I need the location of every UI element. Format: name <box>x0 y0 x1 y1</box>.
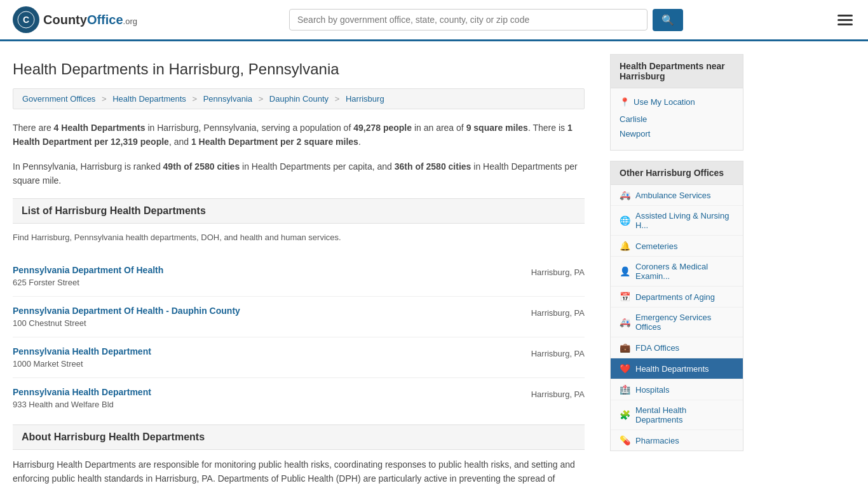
office-cemeteries[interactable]: 🔔 Cemeteries <box>611 236 743 257</box>
hamburger-line <box>837 19 853 21</box>
nearby-city-carlisle[interactable]: Carlisle <box>620 112 734 126</box>
listing-address: 100 Chestnut Street <box>13 318 240 328</box>
nearby-box-header: Health Departments near Harrisburg <box>611 55 743 88</box>
nearby-box-content: 📍 Use My Location Carlisle Newport <box>611 88 743 150</box>
breadcrumb-link-pennsylvania[interactable]: Pennsylvania <box>203 94 252 104</box>
location-pin-icon: 📍 <box>620 97 630 107</box>
site-header: C CountyOffice.org 🔍 <box>0 0 868 41</box>
office-label: Cemeteries <box>635 241 677 251</box>
content-area: Health Departments in Harrisburg, Pennsy… <box>13 41 597 488</box>
office-mental-health[interactable]: 🧩 Mental Health Departments <box>611 400 743 430</box>
logo-area: C CountyOffice.org <box>13 6 137 33</box>
search-icon: 🔍 <box>661 15 674 25</box>
listing-entry: Pennsylvania Health Department 933 Healt… <box>13 378 585 418</box>
hamburger-line <box>837 24 853 25</box>
office-label: Pharmacies <box>635 436 679 445</box>
list-section-sub: Find Harrisburg, Pennsylvania health dep… <box>13 231 585 244</box>
hamburger-line <box>837 15 853 17</box>
nearby-cities-list: Carlisle Newport <box>620 109 734 144</box>
search-input[interactable] <box>289 9 648 30</box>
hospital-icon: 🏥 <box>620 384 630 395</box>
office-label: Health Departments <box>635 364 709 374</box>
use-location-link[interactable]: 📍 Use My Location <box>620 95 734 109</box>
office-assisted-living[interactable]: 🌐 Assisted Living & Nursing H... <box>611 206 743 236</box>
office-aging[interactable]: 📅 Departments of Aging <box>611 287 743 308</box>
breadcrumb-link-health-depts[interactable]: Health Departments <box>112 94 186 104</box>
globe-icon: 🌐 <box>620 215 630 226</box>
bell-icon: 🔔 <box>620 241 630 251</box>
breadcrumb-link-harrisburg[interactable]: Harrisburg <box>346 94 384 104</box>
logo-text: CountyOffice.org <box>43 13 137 27</box>
logo-icon: C <box>13 6 39 33</box>
listing-city: Harrisburg, PA <box>531 390 585 399</box>
about-text: Harrisburg Health Departments are respon… <box>13 458 585 488</box>
listing-info: Pennsylvania Department Of Health - Daup… <box>13 306 240 328</box>
heart-icon: ❤️ <box>620 363 630 374</box>
listing-city: Harrisburg, PA <box>531 268 585 277</box>
office-emergency-services[interactable]: 🚑 Emergency Services Offices <box>611 308 743 337</box>
other-offices-box: Other Harrisburg Offices 🚑 Ambulance Ser… <box>610 161 743 451</box>
listing-entry: Pennsylvania Department Of Health 625 Fo… <box>13 256 585 297</box>
nearby-city-newport[interactable]: Newport <box>620 126 734 141</box>
rank-paragraph: In Pennsylvania, Harrisburg is ranked 49… <box>13 159 585 188</box>
office-label: Coroners & Medical Examin... <box>635 262 734 281</box>
listing-name-link[interactable]: Pennsylvania Health Department <box>13 346 151 356</box>
ambulance-icon: 🚑 <box>620 190 630 200</box>
listing-city: Harrisburg, PA <box>531 349 585 358</box>
office-label: Emergency Services Offices <box>635 313 734 332</box>
emergency-icon: 🚑 <box>620 317 630 327</box>
svg-text:C: C <box>23 15 29 25</box>
breadcrumb-link-gov-offices[interactable]: Government Offices <box>22 94 95 104</box>
main-container: Health Departments in Harrisburg, Pennsy… <box>0 41 868 488</box>
listing-entry: Pennsylvania Health Department 1000 Mark… <box>13 337 585 378</box>
sidebar: Health Departments near Harrisburg 📍 Use… <box>597 41 743 488</box>
office-ambulance-services[interactable]: 🚑 Ambulance Services <box>611 185 743 206</box>
search-button[interactable]: 🔍 <box>653 9 683 31</box>
listing-name-link[interactable]: Pennsylvania Department Of Health - Daup… <box>13 306 240 316</box>
office-coroners[interactable]: 👤 Coroners & Medical Examin... <box>611 257 743 287</box>
pill-icon: 💊 <box>620 435 630 445</box>
page-title: Health Departments in Harrisburg, Pennsy… <box>13 60 585 78</box>
person-icon: 👤 <box>620 266 630 276</box>
listing-address: 625 Forster Street <box>13 278 163 287</box>
office-label: Hospitals <box>635 385 669 395</box>
listing-city: Harrisburg, PA <box>531 308 585 318</box>
office-health-departments[interactable]: ❤️ Health Departments <box>611 358 743 379</box>
listing-entry: Pennsylvania Department Of Health - Daup… <box>13 297 585 337</box>
breadcrumb-link-dauphin[interactable]: Dauphin County <box>269 94 329 104</box>
office-label: FDA Offices <box>635 343 679 353</box>
breadcrumb-sep: > <box>192 94 197 104</box>
listing-name-link[interactable]: Pennsylvania Health Department <box>13 387 151 397</box>
description-paragraph: There are 4 Health Departments in Harris… <box>13 121 585 149</box>
list-section-header: List of Harrisburg Health Departments <box>13 198 585 224</box>
about-section-header: About Harrisburg Health Departments <box>13 424 585 450</box>
other-offices-header: Other Harrisburg Offices <box>611 161 743 185</box>
breadcrumb-sep: > <box>335 94 340 104</box>
use-location-label: Use My Location <box>634 97 695 107</box>
calendar-icon: 📅 <box>620 292 630 302</box>
office-hospitals[interactable]: 🏥 Hospitals <box>611 379 743 400</box>
search-area: 🔍 <box>289 9 683 31</box>
listings-container: Pennsylvania Department Of Health 625 Fo… <box>13 256 585 418</box>
listing-name-link[interactable]: Pennsylvania Department Of Health <box>13 265 163 275</box>
listing-address: 1000 Market Street <box>13 359 151 369</box>
breadcrumb-sep: > <box>259 94 264 104</box>
puzzle-icon: 🧩 <box>620 410 630 420</box>
offices-list: 🚑 Ambulance Services 🌐 Assisted Living &… <box>611 185 743 451</box>
office-fda[interactable]: 💼 FDA Offices <box>611 337 743 358</box>
hamburger-menu-button[interactable] <box>835 12 855 28</box>
office-label: Ambulance Services <box>635 191 711 200</box>
listing-info: Pennsylvania Health Department 1000 Mark… <box>13 346 151 369</box>
nearby-box: Health Departments near Harrisburg 📍 Use… <box>610 54 743 151</box>
office-pharmacies[interactable]: 💊 Pharmacies <box>611 430 743 451</box>
office-label: Assisted Living & Nursing H... <box>635 211 734 230</box>
breadcrumb: Government Offices > Health Departments … <box>13 88 585 109</box>
listing-info: Pennsylvania Health Department 933 Healt… <box>13 387 151 409</box>
breadcrumb-sep: > <box>102 94 107 104</box>
listing-address: 933 Health and Welfare Bld <box>13 400 151 409</box>
briefcase-icon: 💼 <box>620 342 630 353</box>
office-label: Departments of Aging <box>635 292 715 302</box>
listing-info: Pennsylvania Department Of Health 625 Fo… <box>13 265 163 287</box>
office-label: Mental Health Departments <box>635 405 734 424</box>
